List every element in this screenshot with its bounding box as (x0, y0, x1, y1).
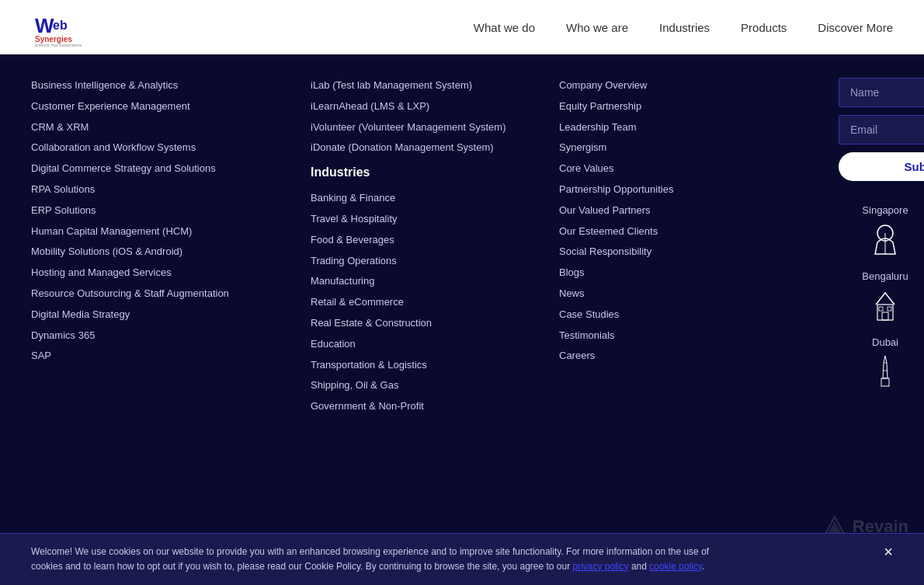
product-ivolunteer[interactable]: iVolunteer (Volunteer Management System) (311, 120, 512, 136)
industry-banking[interactable]: Banking & Finance (311, 190, 512, 207)
service-erp[interactable]: ERP Solutions (31, 203, 264, 219)
logo[interactable]: W eb Synergies Entering Your Expectation… (31, 8, 101, 47)
service-sap[interactable]: SAP (31, 348, 264, 364)
city-bengaluru: Bengaluru (839, 270, 924, 324)
cookie-text: Welcome! We use cookies on our website t… (31, 545, 730, 574)
nav-what-we-do[interactable]: What we do (474, 21, 535, 34)
about-case-studies[interactable]: Case Studies (559, 307, 792, 323)
cities-grid: Singapore Hyderabad (839, 204, 924, 390)
industry-retail[interactable]: Retail & eCommerce (311, 294, 512, 311)
city-singapore-name: Singapore (862, 204, 908, 216)
service-hcm[interactable]: Human Capital Management (HCM) (31, 224, 264, 240)
svg-marker-20 (883, 356, 888, 378)
industry-trading[interactable]: Trading Operations (311, 253, 512, 270)
privacy-policy-link[interactable]: privacy policy (573, 561, 629, 572)
service-customer-experience[interactable]: Customer Experience Management (31, 99, 264, 115)
industry-education[interactable]: Education (311, 336, 512, 353)
cookie-and-text: and (629, 561, 650, 572)
cookie-banner: Welcome! We use cookies on our website t… (0, 533, 924, 585)
about-blogs[interactable]: Blogs (559, 265, 792, 281)
about-news[interactable]: News (559, 286, 792, 302)
about-leadership[interactable]: Leadership Team (559, 120, 792, 136)
cookie-close-button[interactable]: × (884, 543, 893, 561)
bengaluru-icon (866, 285, 905, 324)
right-panel: Submit Singapore Hyderabad (839, 78, 924, 415)
service-collaboration[interactable]: Collaboration and Workflow Systems (31, 140, 264, 156)
industry-food[interactable]: Food & Beverages (311, 232, 512, 249)
service-business-intelligence[interactable]: Business Intelligence & Analytics (31, 78, 264, 94)
main-content: Business Intelligence & Analytics Custom… (0, 54, 924, 438)
singapore-icon (866, 219, 905, 258)
svg-text:W: W (35, 14, 54, 37)
service-digital-media[interactable]: Digital Media Strategy (31, 307, 264, 323)
industry-travel[interactable]: Travel & Hospitality (311, 211, 512, 228)
product-ilearnahead[interactable]: iLearnAhead (LMS & LXP) (311, 99, 512, 115)
who-we-are-column: Company Overview Equity Partnership Lead… (559, 78, 792, 415)
svg-rect-21 (881, 378, 889, 386)
svg-rect-13 (882, 312, 888, 320)
cookie-end-text: . (702, 561, 704, 572)
city-dubai-name: Dubai (872, 336, 898, 348)
city-dubai: Dubai (839, 336, 924, 390)
header: W eb Synergies Entering Your Expectation… (0, 0, 924, 54)
svg-rect-14 (879, 307, 883, 311)
about-synergism[interactable]: Synergism (559, 140, 792, 156)
about-partnership-opportunities[interactable]: Partnership Opportunities (559, 182, 792, 198)
service-hosting[interactable]: Hosting and Managed Services (31, 265, 264, 281)
cookie-policy-link[interactable]: cookie policy (649, 561, 702, 572)
product-idonate[interactable]: iDonate (Donation Management System) (311, 140, 512, 156)
submit-button[interactable]: Submit (839, 152, 924, 181)
products-industries-column: iLab (Test lab Management System) iLearn… (311, 78, 512, 415)
product-ilab[interactable]: iLab (Test lab Management System) (311, 78, 512, 94)
svg-text:eb: eb (53, 19, 68, 32)
service-digital-commerce[interactable]: Digital Commerce Strategy and Solutions (31, 161, 264, 177)
industry-transportation[interactable]: Transportation & Logistics (311, 357, 512, 374)
about-esteemed-clients[interactable]: Our Esteemed Clients (559, 224, 792, 240)
nav-who-we-are[interactable]: Who we are (566, 21, 628, 34)
industries-section-title: Industries (311, 165, 512, 179)
industry-government[interactable]: Government & Non-Profit (311, 399, 512, 415)
services-column: Business Intelligence & Analytics Custom… (31, 78, 264, 415)
industry-real-estate[interactable]: Real Estate & Construction (311, 315, 512, 332)
service-resource-outsourcing[interactable]: Resource Outsourcing & Staff Augmentatio… (31, 286, 264, 302)
city-bengaluru-name: Bengaluru (862, 270, 908, 282)
about-equity-partnership[interactable]: Equity Partnership (559, 99, 792, 115)
about-testimonials[interactable]: Testimonials (559, 328, 792, 344)
about-careers[interactable]: Careers (559, 348, 792, 364)
service-crm-xrm[interactable]: CRM & XRM (31, 120, 264, 136)
nav-products[interactable]: Products (741, 21, 787, 34)
nav-discover-more[interactable]: Discover More (818, 21, 893, 34)
service-mobility[interactable]: Mobility Solutions (iOS & Android) (31, 244, 264, 260)
dubai-icon (866, 351, 905, 390)
industry-shipping[interactable]: Shipping, Oil & Gas (311, 378, 512, 394)
about-company-overview[interactable]: Company Overview (559, 78, 792, 94)
city-singapore: Singapore (839, 204, 924, 258)
industry-manufacturing[interactable]: Manufacturing (311, 273, 512, 290)
name-input[interactable] (839, 78, 924, 107)
nav-industries[interactable]: Industries (659, 21, 710, 34)
email-input[interactable] (839, 115, 924, 145)
about-social-responsibility[interactable]: Social Responsibility (559, 244, 792, 260)
about-valued-partners[interactable]: Our Valued Partners (559, 203, 792, 219)
svg-rect-15 (888, 307, 891, 311)
main-nav: What we do Who we are Industries Product… (474, 21, 893, 34)
svg-text:Entering Your Expectations: Entering Your Expectations (35, 43, 82, 47)
contact-form: Submit (839, 78, 924, 181)
about-core-values[interactable]: Core Values (559, 161, 792, 177)
service-dynamics365[interactable]: Dynamics 365 (31, 328, 264, 344)
svg-marker-30 (828, 521, 842, 534)
service-rpa[interactable]: RPA Solutions (31, 182, 264, 198)
